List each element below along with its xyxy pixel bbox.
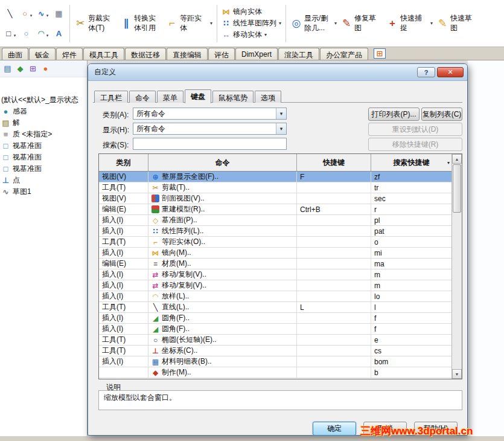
display-delete-relations-button[interactable]: ◎显示/删除几...▾ [289,4,339,43]
propertymanager-tab-button[interactable]: ◆ [16,64,25,73]
table-row[interactable]: 插入(I)⇄移动/复制(V)..m [99,269,451,280]
cell-search-shortcut: r [371,204,451,214]
scroll-down-icon[interactable]: ▼ [452,369,462,379]
material-icon: ≡ [152,260,159,268]
table-row[interactable]: 工具(T)○椭圆(长短轴)(E)..e [99,335,451,346]
dropdown-arrow-icon[interactable]: ▾ [14,33,16,38]
table-row[interactable]: 编辑(E)≡材质(M)..ma [99,259,451,269]
rectangle-tool-button[interactable]: □▾ [4,29,16,38]
offset-entities-button[interactable]: ⌐等距实体▾ [164,4,214,43]
copy-list-button[interactable]: 复制列表(C) [421,108,462,121]
table-row[interactable]: 工具(T)╲直线(L)..Ll [99,302,451,313]
dialog-tab-menus[interactable]: 菜单 [157,91,183,103]
tab-office-products[interactable]: 办公室产品 [320,48,368,60]
scrollbar-thumb[interactable] [453,164,461,213]
displaymanager-tab-button[interactable]: ● [41,64,50,73]
print-list-button[interactable]: 打印列表(P)... [368,108,419,121]
sensors-item[interactable]: ●感器 [1,106,87,117]
annotations-item[interactable]: ▤解 [1,117,87,129]
origin-item[interactable]: ⊥点 [1,175,87,186]
right-plane-item[interactable]: □视基准面 [1,163,87,175]
sketch-pattern-button[interactable]: ▦ [54,9,63,18]
linear-sketch-pattern-button-label: 线性草图阵列 [233,18,276,28]
table-row[interactable]: 插入(I)◢圆角(F)..f [99,313,451,324]
display-state-item[interactable]: (默认<<默认>_显示状态 [1,94,87,106]
table-row[interactable]: 视图(V) 剖面视图(V)..sec [99,193,451,204]
table-row[interactable]: 插入(I)◠放样(L)..lo [99,291,451,302]
titlebar-close-button[interactable]: ✕ [437,67,464,77]
header-filter-arrow-icon[interactable]: ▾ [447,160,450,166]
text-tool-button[interactable]: A [54,29,63,38]
ok-button[interactable]: 确定 [313,422,356,436]
top-plane-item[interactable]: □视基准面 [1,152,87,163]
linear-sketch-pattern-button[interactable]: ∷线性草图阵列▾ [220,18,283,28]
search-input[interactable] [133,138,287,150]
tab-sheet-metal[interactable]: 钣金 [29,48,56,60]
tab-render-tools[interactable]: 渲染工具 [278,48,319,60]
featuremanager-tab-button[interactable]: ▤ [3,64,12,73]
move-entities-button[interactable]: ↔移动实体▾ [220,30,283,40]
table-scrollbar[interactable]: ▲ ▼ [451,154,462,379]
mirror-entities-button[interactable]: ⋈镜向实体 [220,7,283,17]
tab-dimxpert[interactable]: DimXpert [235,48,278,60]
header-shortcut[interactable]: 快捷键 [297,154,371,171]
task-pane-button[interactable]: ⊞ [374,48,386,59]
dropdown-arrow-icon[interactable]: ▾ [30,13,33,18]
repair-sketch-button[interactable]: ✎修复草图 [339,4,384,43]
dropdown-arrow-icon[interactable]: ▾ [46,13,49,18]
table-row[interactable]: 编辑(E) 重建模型(R)..Ctrl+Br [99,204,451,215]
category-select[interactable]: 所有命令 ▾ [133,108,287,120]
header-command[interactable]: 命令 [148,154,297,171]
trim-entities-button[interactable]: ✂剪裁实体(T) [72,4,118,43]
sketch1-item[interactable]: ∿草图1 [1,186,87,198]
table-row[interactable]: ◆制作(M)..b [99,367,451,378]
cell-search-shortcut: o [371,237,451,247]
circle-tool-button[interactable]: ○▾ [21,9,33,18]
line-tool-button[interactable]: ╲ [5,9,14,18]
dialog-tab-keyboard[interactable]: 键盘 [185,89,211,103]
cell-category: 编辑(E) [99,204,148,214]
tab-weldments[interactable]: 焊件 [56,48,83,60]
dialog-titlebar[interactable]: 自定义 ? ✕ [88,64,467,81]
cell-shortcut [297,193,371,204]
dialog-tab-mouse-gestures[interactable]: 鼠标笔势 [212,91,254,103]
tab-evaluate[interactable]: 评估 [208,48,235,60]
chevron-down-icon[interactable]: ▾ [276,123,286,134]
show-select[interactable]: 所有命令 ▾ [133,123,287,135]
convert-entities-button[interactable]: ∥转换实体引用 [118,4,164,43]
table-row[interactable]: 工具(T)✂剪裁(T)..tr [99,182,451,193]
remove-shortcut-button[interactable]: 移除快捷键(R) [368,138,462,151]
table-row[interactable]: 插入(I)▦材料明细表(B)..bom [99,356,451,367]
dialog-tab-options[interactable]: 选项 [255,91,281,103]
table-row[interactable]: 工具(T)⌐等距实体(O)..o [99,237,451,248]
configurationmanager-tab-button[interactable]: ⊞ [28,64,37,73]
table-row[interactable]: 插入(I)⇄移动/复制(V)..m [99,280,451,291]
tab-mold-tools[interactable]: 模具工具 [83,48,124,60]
table-row[interactable]: 插入(I)◇基准面(P)..pl [99,215,451,226]
table-row[interactable]: 工具(T)⊥坐标系(C)..cs [99,346,451,356]
table-row[interactable]: 插入(I)∷线性阵列(L)..pat [99,226,451,237]
material-item[interactable]: ≡质 <未指定> [1,129,87,140]
chevron-down-icon[interactable]: ▾ [276,108,286,119]
front-plane-item[interactable]: □视基准面 [1,140,87,152]
header-search-shortcut[interactable]: 搜索快捷键▾ [371,154,451,171]
header-category[interactable]: 类别 [99,154,148,171]
arc-tool-button[interactable]: ◠▾ [37,29,49,38]
quick-snaps-button[interactable]: +快速捕捉▾ [384,4,435,43]
tab-data-migration[interactable]: 数据迁移 [125,48,166,60]
dialog-tab-commands[interactable]: 命令 [129,91,156,103]
spline-tool-button[interactable]: ∿▾ [37,9,49,18]
tab-direct-editing[interactable]: 直接编辑 [167,48,208,60]
ellipse-tool-button[interactable]: ○ [22,29,31,38]
table-row[interactable]: 视图(V)⊕整屏显示全图(F)..Fzf [99,172,451,182]
rapid-sketch-button[interactable]: ✎快速草图 [435,4,480,43]
reset-default-button[interactable]: 重设到默认(D) [368,123,462,136]
table-row[interactable]: 插入(I)◢圆角(F)..f [99,324,451,335]
tab-surfaces[interactable]: 曲面 [2,48,28,60]
dropdown-arrow-icon[interactable]: ▾ [46,33,49,38]
dialog-tab-toolbars[interactable]: 工具栏 [94,91,128,103]
scroll-up-icon[interactable]: ▲ [452,154,462,164]
titlebar-help-button[interactable]: ? [417,67,435,77]
cell-search-shortcut: f [371,313,451,323]
table-row[interactable]: 插入(I)⋈镜向(M)..mi [99,248,451,259]
